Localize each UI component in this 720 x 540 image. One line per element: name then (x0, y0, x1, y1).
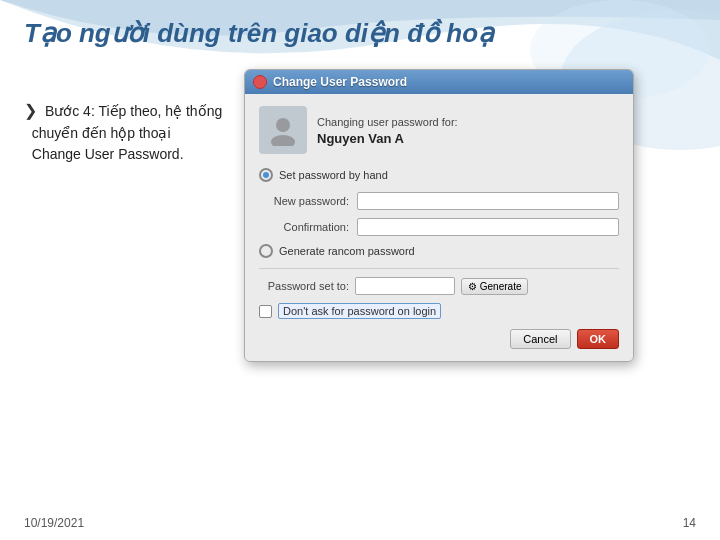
bullet-line3: Change User Password. (32, 146, 184, 162)
svg-point-3 (271, 135, 295, 146)
footer-date: 10/19/2021 (24, 516, 84, 530)
new-password-row: New password: (259, 192, 619, 210)
new-password-input[interactable] (357, 192, 619, 210)
dialog-title: Change User Password (273, 75, 407, 89)
set-by-hand-radio[interactable] (259, 168, 273, 182)
page-title: Tạo người dùng trên giao diện đồ hoạ (0, 0, 720, 59)
bullet-description: ❯ Bước 4: Tiếp theo, hệ thống chuyển đến… (24, 99, 224, 165)
generate-random-label: Generate rancom password (279, 245, 415, 257)
bullet-line2: chuyển đến hộp thoại (32, 125, 171, 141)
ok-button[interactable]: OK (577, 329, 620, 349)
dont-ask-password-checkbox[interactable] (259, 305, 272, 318)
changing-password-label: Changing user password for: (317, 114, 458, 131)
bullet-arrow-icon: ❯ (24, 99, 37, 123)
divider (259, 268, 619, 269)
user-avatar (259, 106, 307, 154)
set-by-hand-row[interactable]: Set password by hand (259, 168, 619, 182)
user-name: Nguyen Van A (317, 131, 458, 146)
cancel-button[interactable]: Cancel (510, 329, 570, 349)
action-buttons-row: Cancel OK (259, 329, 619, 349)
bullet-line1: Bước 4: Tiếp theo, hệ thống (45, 103, 222, 119)
new-password-label: New password: (259, 195, 349, 207)
confirmation-row: Confirmation: (259, 218, 619, 236)
confirmation-input[interactable] (357, 218, 619, 236)
dont-ask-password-row[interactable]: Don't ask for password on login (259, 303, 619, 319)
user-info-text: Changing user password for: Nguyen Van A (317, 114, 458, 146)
dialog-titlebar: Change User Password (245, 70, 633, 94)
password-set-to-row: Password set to: ⚙ Generate (259, 277, 619, 295)
left-panel: ❯ Bước 4: Tiếp theo, hệ thống chuyển đến… (24, 69, 224, 362)
dialog-close-button[interactable] (253, 75, 267, 89)
generate-random-radio[interactable] (259, 244, 273, 258)
svg-point-2 (276, 118, 290, 132)
generate-random-row[interactable]: Generate rancom password (259, 244, 619, 258)
confirmation-label: Confirmation: (259, 221, 349, 233)
footer: 10/19/2021 14 (24, 516, 696, 530)
set-by-hand-label: Set password by hand (279, 169, 388, 181)
dialog-body: Changing user password for: Nguyen Van A… (245, 94, 633, 361)
user-info-row: Changing user password for: Nguyen Van A (259, 106, 619, 154)
generate-button[interactable]: ⚙ Generate (461, 278, 528, 295)
footer-page: 14 (683, 516, 696, 530)
password-set-to-label: Password set to: (259, 280, 349, 292)
change-password-dialog: Change User Password Changing user passw… (244, 69, 634, 362)
password-set-to-input[interactable] (355, 277, 455, 295)
dont-ask-password-label: Don't ask for password on login (278, 303, 441, 319)
